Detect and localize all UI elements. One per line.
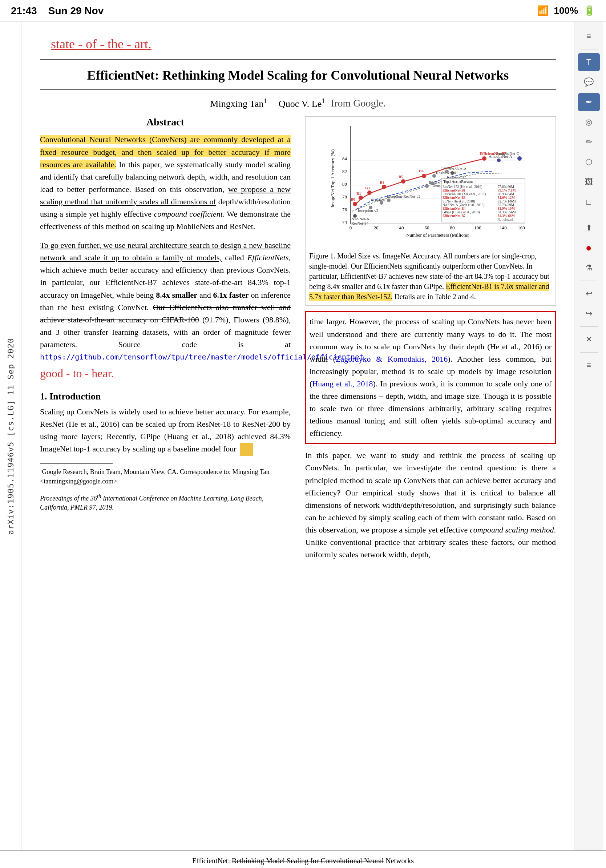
- good-to-hear-annotation: good - to - hear.: [40, 367, 291, 380]
- svg-point-40: [450, 171, 454, 175]
- svg-text:NASNet-A: NASNet-A: [351, 217, 369, 221]
- svg-text:76: 76: [342, 207, 347, 212]
- date-display: Sun 29 Nov: [48, 5, 104, 16]
- battery-display: 100%: [554, 5, 578, 16]
- accuracy-chart: 74 76 78 80 82 84 0: [309, 122, 552, 246]
- svg-text:EfficientNet-B1: EfficientNet-B1: [442, 189, 466, 192]
- 8x-smaller: 8.4x smaller: [156, 290, 197, 299]
- svg-text:84.3%  66M: 84.3% 66M: [498, 214, 515, 218]
- toolbar-divider4: [580, 326, 598, 327]
- svg-text:78: 78: [342, 194, 347, 200]
- from-google-annotation: from Google.: [331, 98, 386, 108]
- status-time: 21:43 Sun 29 Nov: [11, 5, 104, 17]
- svg-text:74: 74: [342, 220, 347, 225]
- battery-icon: 🔋: [583, 5, 595, 16]
- sticky-note-icon[interactable]: [240, 443, 253, 456]
- wifi-icon: 📶: [537, 5, 549, 16]
- status-right: 📶 100% 🔋: [537, 5, 595, 16]
- footnote-divider: [40, 463, 113, 464]
- author2-name: Quoc V. Le: [279, 98, 322, 108]
- paper-title: EfficientNet: Rethinking Model Scaling f…: [40, 67, 556, 84]
- document-area: state - of - the - art. EfficientNet: Re…: [22, 22, 574, 851]
- efficientnets-italic: EfficientNets: [247, 253, 289, 262]
- toolbar-share-btn[interactable]: ⬆: [578, 219, 600, 237]
- svg-point-24: [425, 184, 429, 188]
- section1-text: Scaling up ConvNets is widely used to ac…: [40, 406, 291, 456]
- svg-text:Inception-v2: Inception-v2: [358, 208, 378, 212]
- svg-text:140: 140: [499, 225, 507, 231]
- main-container: arXiv:1905.11946v5 [cs.LG] 11 Sep 2020 s…: [0, 22, 606, 851]
- svg-text:EfficientNet-B7: EfficientNet-B7: [442, 214, 466, 218]
- toolbar-lab-btn[interactable]: ⚗: [578, 259, 600, 277]
- footnote2-super: th: [97, 493, 101, 499]
- toolbar-text-btn[interactable]: T: [578, 53, 600, 71]
- svg-text:80: 80: [450, 225, 455, 231]
- toolbar-image-btn[interactable]: 🖼: [578, 173, 600, 191]
- toolbar-menu2-btn[interactable]: ≡: [578, 356, 600, 374]
- svg-text:81.6%  12M: 81.6% 12M: [498, 196, 515, 200]
- svg-text:B3: B3: [365, 186, 370, 190]
- toolbar-redo-btn[interactable]: ↪: [578, 305, 600, 323]
- footnote1: ¹Google Research, Brain Team, Mountain V…: [40, 467, 291, 486]
- svg-text:B4: B4: [380, 180, 384, 184]
- toolbar-divider3: [580, 281, 598, 281]
- svg-text:AmoebaNet-A: AmoebaNet-A: [489, 154, 512, 158]
- section1-heading: 1. Introduction: [40, 391, 291, 402]
- svg-text:160: 160: [518, 225, 525, 231]
- author1-super: 1: [264, 98, 267, 105]
- svg-text:82.9%  19M: 82.9% 19M: [498, 207, 515, 211]
- right-col-text2: In this paper, we want to study and reth…: [305, 449, 556, 561]
- top-annotation: state - of - the - art.: [51, 36, 556, 52]
- svg-point-61: [497, 158, 501, 162]
- toolbar-circle-pen-btn[interactable]: ◎: [578, 113, 600, 131]
- toolbar-undo-btn[interactable]: ↩: [578, 285, 600, 303]
- svg-text:Xception: Xception: [371, 198, 385, 202]
- arxiv-label: arXiv:1905.11946v5 [cs.LG] 11 Sep 2020: [6, 338, 15, 534]
- toolbar-record-btn[interactable]: ●: [578, 239, 600, 257]
- title-divider2: [40, 90, 556, 90]
- toolbar-pencil-btn[interactable]: ✏: [578, 133, 600, 151]
- svg-text:77.8%  60M: 77.8% 60M: [498, 185, 514, 189]
- svg-text:80: 80: [342, 181, 347, 187]
- svg-text:82.7%  146M: 82.7% 146M: [498, 200, 516, 203]
- footer-text2: Networks: [383, 857, 414, 865]
- figure-caption-end: Details are in Table 2 and 4.: [393, 293, 476, 301]
- svg-text:60: 60: [425, 225, 430, 231]
- svg-text:79.1%  7.8M: 79.1% 7.8M: [498, 189, 516, 192]
- svg-point-53: [401, 179, 405, 184]
- svg-point-34: [387, 198, 391, 202]
- svg-point-57: [482, 156, 487, 161]
- toolbar-menu-btn[interactable]: ≡: [578, 27, 600, 45]
- svg-text:40: 40: [399, 225, 404, 231]
- svg-text:B0: B0: [351, 197, 355, 202]
- svg-point-47: [359, 195, 363, 200]
- authors-line: Mingxing Tan1 Quoc V. Le1 from Google.: [40, 98, 556, 109]
- svg-point-36: [432, 174, 436, 178]
- link-huang[interactable]: Huang et al., 2018: [312, 379, 373, 388]
- toolbar-close-btn[interactable]: ✕: [578, 330, 600, 349]
- svg-point-49: [367, 191, 372, 195]
- svg-text:Inception-ResNet-v2: Inception-ResNet-v2: [387, 194, 420, 198]
- svg-point-45: [353, 202, 357, 206]
- author1-name: Mingxing Tan: [210, 98, 263, 108]
- toolbar-divider2: [580, 215, 598, 215]
- svg-text:82.7%  89M: 82.7% 89M: [498, 203, 514, 207]
- svg-text:82: 82: [342, 169, 347, 174]
- toolbar-comment-btn[interactable]: 💬: [578, 73, 600, 91]
- svg-text:84: 84: [342, 156, 347, 161]
- toolbar-divider5: [580, 352, 598, 353]
- toolbar-select-btn[interactable]: □: [578, 193, 600, 211]
- svg-text:Not plotted: Not plotted: [497, 218, 513, 222]
- chart-container: 74 76 78 80 82 84 0: [305, 116, 556, 306]
- strikethrough-text: Our EfficientNets also transfer well and…: [40, 303, 291, 324]
- svg-text:EfficientNet-B4: EfficientNet-B4: [442, 207, 466, 211]
- toolbar-pen-btn[interactable]: ✒: [578, 93, 600, 111]
- link-zagoruyko[interactable]: Zagoruyko & Komodakis, 2016: [336, 354, 448, 363]
- svg-text:20: 20: [374, 225, 379, 231]
- page-footer: EfficientNet: Rethinking Model Scaling f…: [0, 851, 606, 868]
- toolbar-shape-btn[interactable]: ⬡: [578, 153, 600, 171]
- svg-text:NASNet-A: NASNet-A: [449, 166, 467, 171]
- svg-point-55: [422, 174, 426, 178]
- svg-text:Number of Parameters (Millions: Number of Parameters (Millions): [406, 232, 469, 238]
- svg-text:ResNet-34: ResNet-34: [351, 221, 369, 225]
